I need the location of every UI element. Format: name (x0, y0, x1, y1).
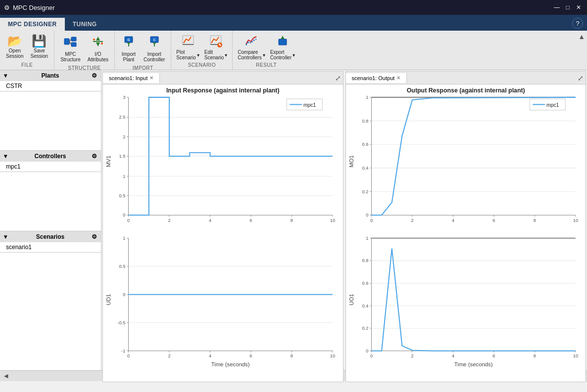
result-group-label: RESULT (236, 61, 297, 68)
svg-point-8 (93, 39, 95, 41)
input-panel-content: Input Response (against internal plant) … (103, 85, 343, 382)
svg-point-9 (101, 43, 103, 44)
import-controller-label: ImportController (144, 51, 165, 62)
input-panel-tab[interactable]: scenario1: Input ✕ (103, 73, 160, 83)
tab-tuning[interactable]: TUNING (65, 18, 105, 31)
scenario-buttons: PlotScenario ▾ ✎ (174, 33, 229, 61)
svg-text:10: 10 (330, 218, 335, 223)
svg-text:MV1: MV1 (105, 156, 111, 167)
export-controller-button[interactable]: ExportController ▾ (268, 33, 297, 61)
import-plant-icon: G (122, 35, 136, 50)
plants-gear[interactable]: ⚙ (92, 72, 97, 79)
svg-text:MO1: MO1 (348, 155, 354, 168)
svg-text:10: 10 (573, 218, 578, 223)
mpc-structure-icon (63, 35, 77, 50)
svg-text:4: 4 (451, 218, 454, 223)
svg-text:0.8: 0.8 (362, 119, 368, 124)
input-panel-undock[interactable]: ⤢ (335, 74, 341, 82)
svg-text:UO1: UO1 (348, 294, 354, 305)
svg-text:2: 2 (168, 218, 170, 223)
svg-text:0: 0 (127, 218, 130, 223)
scroll-left-btn[interactable]: ◀ (4, 373, 8, 379)
edit-scenario-button[interactable]: ✎ EditScenario ▾ (202, 33, 229, 61)
open-session-button[interactable]: 📂 OpenSession (3, 33, 27, 61)
svg-text:mpc1: mpc1 (546, 102, 559, 108)
sidebar: ▾ Plants ⚙ CSTR ▾ Controllers ⚙ mpc1 (0, 70, 101, 370)
svg-text:2: 2 (411, 353, 413, 358)
plot-scenario-label: PlotScenario (176, 49, 196, 60)
svg-text:6: 6 (249, 218, 252, 223)
mpc-structure-button[interactable]: MPCStructure (57, 33, 84, 64)
import-buttons: G ImportPlant C ImportController (118, 33, 168, 64)
file-buttons: 📂 OpenSession 💾 SaveSession (3, 33, 51, 61)
svg-text:1.5: 1.5 (119, 154, 125, 159)
scenarios-gear[interactable]: ⚙ (92, 233, 97, 240)
scenarios-chevron: ▾ (4, 233, 7, 240)
compare-controllers-button[interactable]: CompareControllers ▾ (236, 33, 267, 61)
app-title: MPC Designer (13, 4, 55, 11)
app-icon: ⚙ (4, 4, 10, 11)
controllers-section-header[interactable]: ▾ Controllers ⚙ (0, 151, 101, 162)
mpc-structure-label: MPCStructure (60, 51, 81, 62)
svg-text:8: 8 (291, 353, 293, 358)
save-session-button[interactable]: 💾 SaveSession (28, 33, 51, 61)
svg-text:1: 1 (366, 95, 368, 100)
sidebar-section-plants: ▾ Plants ⚙ CSTR (0, 70, 101, 91)
svg-text:2: 2 (168, 353, 170, 358)
plants-label: Plants (41, 72, 59, 79)
svg-text:UD1: UD1 (105, 294, 111, 305)
ribbon-group-structure: MPCStructure I/OAttributes STRUCTURE (54, 31, 115, 70)
svg-text:0: 0 (370, 218, 372, 223)
svg-text:10: 10 (573, 353, 578, 358)
svg-text:0.6: 0.6 (362, 142, 368, 147)
close-btn[interactable]: ✕ (574, 3, 583, 12)
ribbon-collapse[interactable]: ▲ (576, 31, 587, 70)
svg-text:0: 0 (127, 353, 130, 358)
sidebar-item-cstr[interactable]: CSTR (0, 81, 101, 91)
sidebar-item-mpc1[interactable]: mpc1 (0, 162, 101, 172)
help-button[interactable]: ? (572, 18, 583, 29)
svg-text:2.5: 2.5 (119, 115, 125, 120)
output-panel-close[interactable]: ✕ (396, 75, 400, 81)
svg-text:6: 6 (249, 353, 252, 358)
plot-scenario-arrow-row: PlotScenario ▾ (174, 49, 201, 61)
output-panel-tab[interactable]: scenario1: Output ✕ (346, 73, 407, 83)
edit-scenario-arrow: ▾ (225, 52, 227, 58)
svg-text:Input Response (against intern: Input Response (against internal plant) (166, 87, 280, 94)
input-tab-label: scenario1: Input (109, 75, 147, 81)
result-buttons: CompareControllers ▾ ExportController (236, 33, 297, 61)
svg-text:4: 4 (209, 218, 211, 223)
svg-text:8: 8 (291, 218, 293, 223)
import-controller-button[interactable]: C ImportController (141, 33, 168, 64)
svg-text:G: G (127, 38, 130, 42)
sidebar-section-controllers: ▾ Controllers ⚙ mpc1 (0, 151, 101, 172)
minimize-btn[interactable]: — (552, 3, 561, 12)
tab-mpc-designer[interactable]: MPC DESIGNER (0, 18, 65, 31)
title-bar-left: ⚙ MPC Designer (4, 4, 55, 11)
plot-scenario-button[interactable]: PlotScenario ▾ (174, 33, 201, 61)
svg-text:✎: ✎ (218, 43, 222, 47)
svg-text:0: 0 (123, 292, 125, 297)
plants-section-header[interactable]: ▾ Plants ⚙ (0, 70, 101, 81)
import-plant-button[interactable]: G ImportPlant (118, 33, 140, 64)
sidebar-item-scenario1[interactable]: scenario1 (0, 242, 101, 252)
save-session-icon: 💾 (32, 35, 47, 47)
scenarios-section-header[interactable]: ▾ Scenarios ⚙ (0, 231, 101, 242)
io-attributes-button[interactable]: I/OAttributes (85, 33, 111, 64)
svg-text:0.5: 0.5 (119, 264, 125, 269)
title-bar: ⚙ MPC Designer — □ ✕ (0, 0, 587, 15)
maximize-btn[interactable]: □ (563, 3, 572, 12)
input-panel-close[interactable]: ✕ (149, 75, 153, 81)
ribbon: 📂 OpenSession 💾 SaveSession FILE (0, 31, 587, 70)
plot-scenario-arrow: ▾ (197, 52, 199, 58)
save-session-label: SaveSession (31, 48, 49, 59)
svg-rect-24 (279, 39, 287, 45)
panels-row: scenario1: Input ✕ ⤢ Input Response (aga… (101, 70, 587, 383)
controllers-gear[interactable]: ⚙ (92, 153, 97, 160)
svg-text:0: 0 (366, 348, 368, 353)
io-attributes-icon (91, 35, 105, 50)
output-tab-label: scenario1: Output (352, 75, 395, 81)
svg-text:2: 2 (123, 134, 125, 139)
import-plant-label: ImportPlant (122, 51, 136, 62)
output-panel-undock[interactable]: ⤢ (578, 74, 584, 82)
